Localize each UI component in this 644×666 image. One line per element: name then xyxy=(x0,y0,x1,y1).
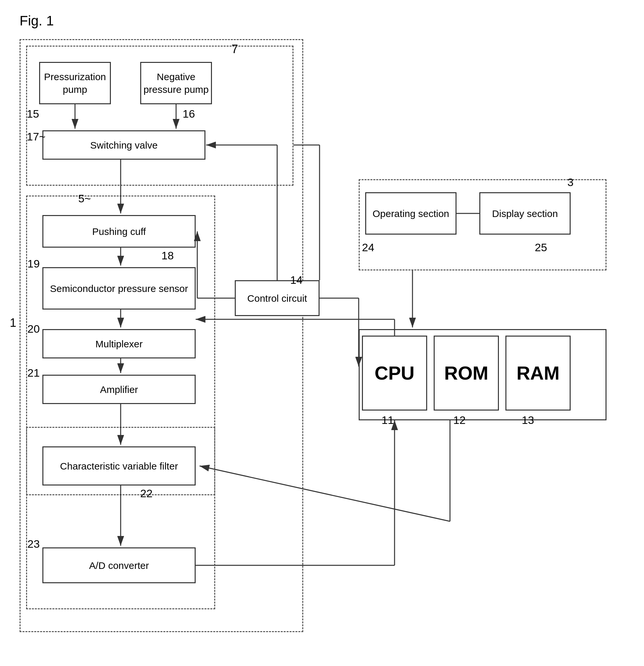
label-25: 25 xyxy=(535,241,547,254)
ad-converter-box: A/D converter xyxy=(43,547,196,583)
label-5: 5~ xyxy=(78,192,91,205)
label-1: 1 xyxy=(10,316,16,330)
label-17: 17~ xyxy=(27,130,46,143)
ram-box: RAM xyxy=(505,336,571,410)
pressurization-pump-box: Pressurization pump xyxy=(39,62,111,104)
cpu-box: CPU xyxy=(362,336,427,410)
label-11: 11 xyxy=(382,414,394,426)
label-21: 21 xyxy=(28,367,40,379)
label-18: 18 xyxy=(162,249,174,262)
switching-valve-box: Switching valve xyxy=(43,130,205,160)
label-19: 19 xyxy=(28,258,40,270)
char-variable-filter-box: Characteristic variable filter xyxy=(43,446,196,486)
amplifier-box: Amplifier xyxy=(43,375,196,404)
operating-section-box: Operating section xyxy=(365,192,457,234)
label-12: 12 xyxy=(453,414,465,426)
label-23: 23 xyxy=(28,538,40,550)
label-13: 13 xyxy=(522,414,534,426)
display-section-box: Display section xyxy=(479,192,571,234)
control-circuit-box: Control circuit xyxy=(235,280,320,316)
pushing-cuff-box: Pushing cuff xyxy=(43,215,196,248)
figure-label: Fig. 1 xyxy=(20,13,54,29)
multiplexer-box: Multiplexer xyxy=(43,329,196,358)
label-22: 22 xyxy=(140,487,153,500)
label-14: 14 xyxy=(290,274,303,286)
label-20: 20 xyxy=(28,322,40,335)
negative-pressure-pump-box: Negative pressure pump xyxy=(140,62,212,104)
label-16: 16 xyxy=(183,107,195,120)
rom-box: ROM xyxy=(434,336,499,410)
semiconductor-sensor-box: Semiconductor pressure sensor xyxy=(43,267,196,310)
label-24: 24 xyxy=(362,241,374,254)
label-15: 15 xyxy=(27,107,39,120)
label-3: 3 xyxy=(567,176,574,189)
